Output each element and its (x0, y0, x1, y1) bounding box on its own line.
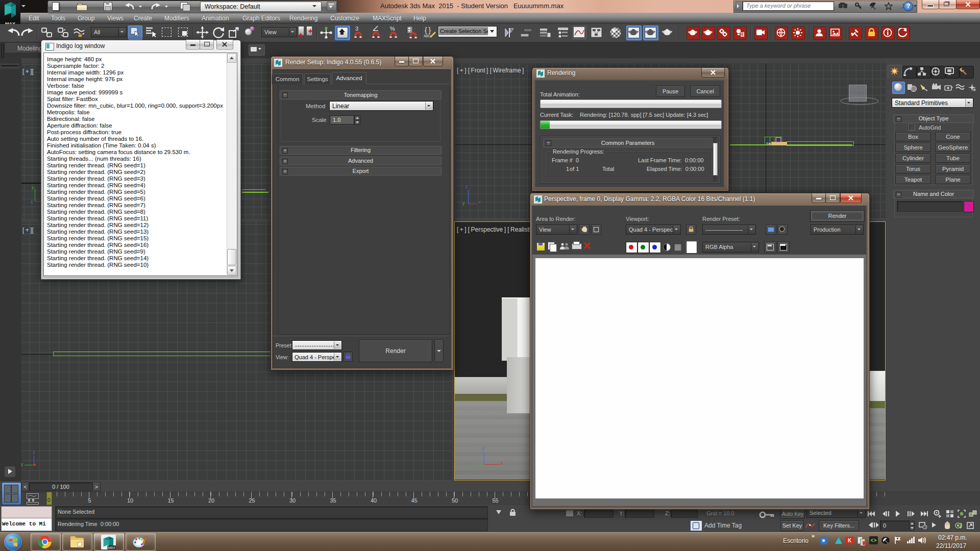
svg-text:MAX: MAX (108, 546, 115, 549)
